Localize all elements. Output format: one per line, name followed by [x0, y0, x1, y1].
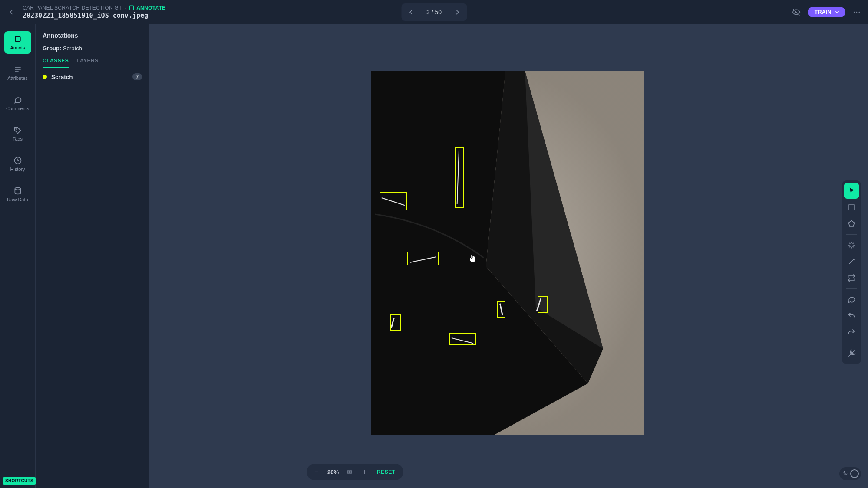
annotation-bbox[interactable] — [380, 192, 407, 210]
nav-item-attributes[interactable]: Attributes — [4, 62, 31, 84]
prev-image-button[interactable] — [403, 4, 419, 20]
wand-icon — [847, 257, 856, 266]
breadcrumb-section[interactable]: ANNOTATE — [129, 5, 165, 11]
next-image-button[interactable] — [449, 4, 465, 20]
nav-label: Attributes — [7, 75, 27, 81]
train-status-pill[interactable]: TRAIN — [808, 7, 845, 17]
repeat-icon — [847, 274, 856, 282]
zoom-toolbar: − 20% + RESET — [307, 464, 403, 480]
topbar: CAR PANEL SCRATCH DETECTION GT › ANNOTAT… — [0, 0, 868, 24]
train-status-label: TRAIN — [815, 9, 832, 15]
nav-item-history[interactable]: History — [4, 153, 31, 175]
nav-item-comments[interactable]: Comments — [4, 92, 31, 115]
tool-repeat[interactable] — [844, 270, 859, 286]
zoom-out-button[interactable]: − — [310, 465, 323, 478]
tool-polygon[interactable] — [844, 216, 859, 232]
svg-rect-4 — [15, 36, 20, 42]
attributes-icon — [13, 65, 22, 74]
page-indicator: 3 / 50 — [419, 9, 449, 16]
annotation-scratch-line — [391, 318, 395, 328]
nav-label: Tags — [13, 136, 23, 141]
tool-cursor[interactable] — [844, 183, 859, 199]
group-row: Group: Scratch — [43, 45, 142, 52]
annotation-scratch-line — [499, 303, 503, 315]
hand-cursor-icon — [467, 253, 478, 264]
breadcrumb-section-text: ANNOTATE — [136, 5, 165, 11]
zoom-reset-button[interactable]: RESET — [373, 469, 400, 475]
tool-undo[interactable] — [844, 308, 859, 324]
tool-brightness[interactable] — [844, 346, 859, 361]
annotation-scratch-line — [457, 150, 459, 204]
image-preview[interactable] — [371, 71, 644, 435]
breadcrumb-project[interactable]: CAR PANEL SCRATCH DETECTION GT — [23, 5, 122, 11]
tab-classes[interactable]: CLASSES — [43, 58, 69, 68]
annotations-panel-title: Annotations — [43, 32, 142, 39]
annotation-scratch-line — [452, 337, 474, 344]
nav-item-raw-data[interactable]: Raw Data — [4, 183, 31, 206]
moon-icon — [842, 471, 848, 477]
group-value: Scratch — [63, 45, 82, 52]
tab-layers[interactable]: LAYERS — [76, 58, 99, 68]
raw-data-icon — [13, 187, 22, 195]
ellipsis-icon — [852, 8, 861, 16]
moon-slash-icon — [847, 349, 856, 358]
undo-icon — [847, 311, 856, 320]
tool-redo[interactable] — [844, 324, 859, 340]
nav-label: Raw Data — [7, 197, 28, 202]
canvas[interactable]: − 20% + RESET — [149, 24, 868, 488]
annotation-bbox[interactable] — [455, 147, 464, 208]
shortcuts-button[interactable]: SHORTCUTS — [3, 477, 36, 485]
tags-icon — [13, 126, 22, 134]
svg-point-2 — [856, 12, 858, 13]
svg-rect-0 — [129, 6, 133, 10]
annotation-bbox[interactable] — [497, 301, 505, 318]
annotation-bbox[interactable] — [538, 296, 548, 313]
class-count-badge: 7 — [132, 73, 142, 80]
comments-icon — [13, 95, 22, 104]
fit-icon — [347, 469, 353, 475]
visibility-toggle[interactable] — [790, 6, 802, 18]
nav-item-annots[interactable]: Annots — [4, 31, 31, 54]
svg-point-5 — [16, 128, 17, 129]
arrow-left-icon — [7, 8, 16, 16]
annotate-icon — [129, 5, 135, 11]
annots-icon — [13, 35, 22, 43]
panel-tabs: CLASSES LAYERS — [43, 58, 142, 68]
breadcrumb-filename: 20230221_185851910_iOS conv.jpeg — [23, 12, 165, 20]
cursor-icon — [847, 187, 856, 195]
annotation-bbox[interactable] — [407, 252, 439, 265]
class-color-swatch — [43, 75, 47, 79]
chevron-down-icon — [834, 9, 840, 15]
annotation-bbox[interactable] — [449, 333, 476, 345]
tool-bbox[interactable] — [844, 200, 859, 215]
polygon-icon — [847, 219, 856, 228]
fit-button[interactable] — [343, 465, 356, 478]
svg-rect-12 — [348, 470, 351, 474]
tool-smart[interactable] — [844, 237, 859, 253]
page-navigator: 3 / 50 — [401, 3, 467, 21]
eye-off-icon — [792, 8, 801, 16]
annotations-panel: Annotations Group: Scratch CLASSES LAYER… — [36, 24, 149, 488]
comment-icon — [847, 295, 856, 304]
tool-sep — [846, 234, 857, 235]
breadcrumb: CAR PANEL SCRATCH DETECTION GT › ANNOTAT… — [23, 5, 165, 20]
svg-point-7 — [15, 188, 20, 190]
class-row[interactable]: Scratch 7 — [43, 68, 142, 85]
theme-toggle[interactable] — [839, 467, 861, 480]
topbar-left: CAR PANEL SCRATCH DETECTION GT › ANNOTAT… — [5, 5, 165, 20]
topbar-right: TRAIN — [790, 6, 863, 18]
nav-label: Comments — [6, 106, 29, 111]
more-menu-button[interactable] — [851, 6, 863, 18]
back-button[interactable] — [5, 6, 17, 18]
svg-point-3 — [859, 12, 860, 13]
bbox-icon — [847, 203, 856, 212]
class-name: Scratch — [51, 74, 128, 80]
zoom-in-button[interactable]: + — [358, 465, 371, 478]
annotation-bbox[interactable] — [390, 314, 401, 331]
tool-magic[interactable] — [844, 254, 859, 269]
chevron-right-icon — [453, 8, 462, 16]
tool-comment[interactable] — [844, 291, 859, 307]
svg-rect-13 — [849, 205, 854, 210]
history-icon — [13, 156, 22, 165]
nav-item-tags[interactable]: Tags — [4, 122, 31, 145]
